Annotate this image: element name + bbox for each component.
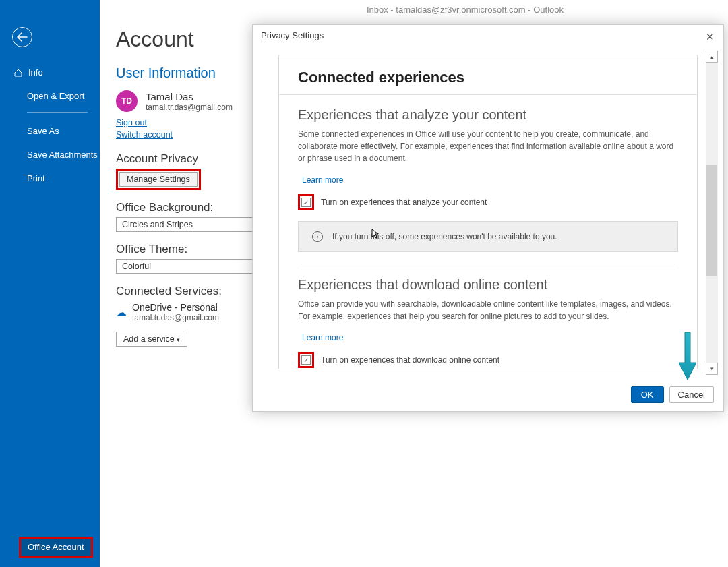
highlight-box: Manage Settings bbox=[116, 169, 201, 190]
office-theme-select[interactable]: Colorful bbox=[116, 259, 257, 274]
analyze-content-checkbox-label: Turn on experiences that analyze your co… bbox=[321, 198, 487, 207]
connected-experiences-card: Connected experiences Experiences that a… bbox=[278, 55, 698, 369]
back-button[interactable] bbox=[12, 27, 32, 47]
office-account-button[interactable]: Office Account bbox=[19, 537, 93, 558]
download-content-heading: Experiences that download online content bbox=[298, 277, 678, 293]
scroll-up-button[interactable]: ▴ bbox=[706, 51, 718, 63]
sidebar-item-label: Info bbox=[28, 67, 43, 78]
chevron-down-icon: ▾ bbox=[177, 336, 180, 343]
cancel-button[interactable]: Cancel bbox=[669, 386, 714, 403]
arrow-left-icon bbox=[17, 32, 28, 42]
sidebar-item-label: Save Attachments bbox=[27, 150, 98, 160]
scroll-thumb[interactable] bbox=[706, 165, 717, 276]
highlight-box: ✓ bbox=[298, 352, 314, 368]
sidebar-item-print[interactable]: Print bbox=[0, 167, 100, 190]
home-icon bbox=[13, 68, 23, 78]
backstage-sidebar: Info Open & Export Save As Save Attachme… bbox=[0, 0, 100, 567]
download-content-description: Office can provide you with searchable, … bbox=[298, 298, 678, 322]
service-email: tamal.tr.das@gmail.com bbox=[132, 313, 219, 322]
office-background-select[interactable]: Circles and Stripes bbox=[116, 217, 257, 232]
sidebar-item-open-export[interactable]: Open & Export bbox=[0, 84, 100, 108]
add-service-label: Add a service bbox=[123, 334, 175, 344]
download-content-checkbox-label: Turn on experiences that download online… bbox=[321, 355, 499, 365]
manage-settings-button[interactable]: Manage Settings bbox=[119, 172, 198, 187]
window-title: Inbox - tamaldas@zf3vr.onmicrosoft.com -… bbox=[0, 0, 728, 20]
separator bbox=[279, 94, 697, 95]
sidebar-item-label: Print bbox=[27, 173, 45, 183]
sidebar-item-save-as[interactable]: Save As bbox=[0, 119, 100, 143]
learn-more-link-1[interactable]: Learn more bbox=[302, 175, 343, 185]
download-content-checkbox[interactable]: ✓ bbox=[301, 355, 311, 365]
info-text: If you turn this off, some experiences w… bbox=[332, 232, 557, 241]
dialog-body: ▴ ▾ Connected experiences Experiences th… bbox=[258, 49, 718, 376]
highlight-box: ✓ bbox=[298, 194, 314, 210]
user-email: tamal.tr.das@gmail.com bbox=[146, 102, 233, 112]
user-name: Tamal Das bbox=[146, 91, 233, 102]
ok-button[interactable]: OK bbox=[631, 386, 664, 403]
info-panel: i If you turn this off, some experiences… bbox=[298, 221, 678, 252]
sidebar-divider bbox=[27, 112, 88, 113]
add-service-button[interactable]: Add a service ▾ bbox=[116, 332, 187, 347]
avatar: TD bbox=[116, 90, 138, 112]
dialog-close-button[interactable]: ✕ bbox=[699, 28, 721, 47]
analyze-content-heading: Experiences that analyze your content bbox=[298, 107, 678, 123]
learn-more-link-2[interactable]: Learn more bbox=[302, 333, 343, 342]
service-name: OneDrive - Personal bbox=[132, 302, 219, 313]
info-icon: i bbox=[312, 231, 323, 242]
sidebar-item-save-attachments[interactable]: Save Attachments bbox=[0, 143, 100, 167]
analyze-content-checkbox[interactable]: ✓ bbox=[301, 198, 311, 207]
scrollbar[interactable]: ▴ ▾ bbox=[706, 51, 718, 375]
switch-account-link[interactable]: Switch account bbox=[116, 130, 173, 140]
sign-out-link[interactable]: Sign out bbox=[116, 118, 147, 127]
scroll-down-button[interactable]: ▾ bbox=[706, 363, 718, 375]
close-icon: ✕ bbox=[706, 31, 715, 43]
privacy-settings-dialog: Privacy Settings ✕ ▴ ▾ Connected experie… bbox=[252, 24, 724, 412]
analyze-content-description: Some connected experiences in Office wil… bbox=[298, 128, 678, 165]
dialog-title: Privacy Settings bbox=[253, 25, 723, 46]
connected-experiences-heading: Connected experiences bbox=[298, 69, 678, 86]
sidebar-item-label: Open & Export bbox=[27, 91, 84, 101]
sidebar-item-info[interactable]: Info bbox=[0, 61, 100, 84]
dialog-button-row: OK Cancel bbox=[631, 386, 714, 403]
separator bbox=[298, 266, 678, 266]
sidebar-item-label: Save As bbox=[27, 126, 59, 136]
cloud-icon: ☁ bbox=[116, 306, 127, 319]
